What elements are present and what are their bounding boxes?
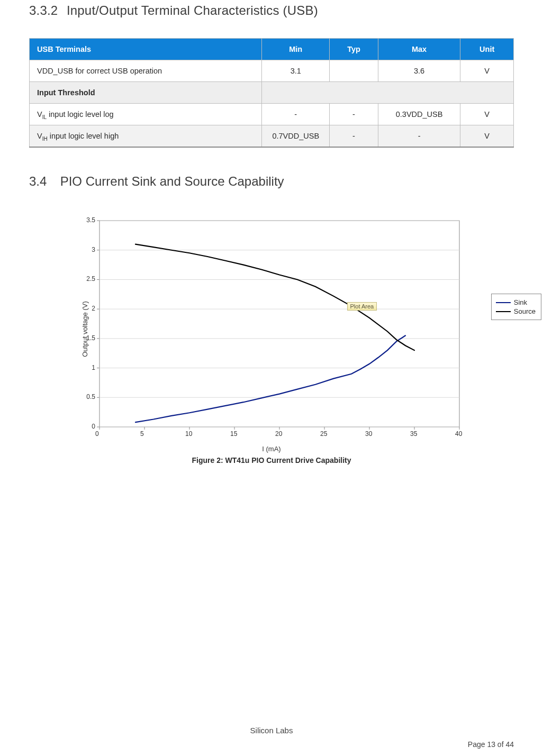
page-root: 3.3.2 Input/Output Terminal Characterist…: [0, 0, 543, 756]
table-row: VDD_USB for correct USB operation3.13.6V: [30, 60, 514, 82]
cell-value: V: [460, 104, 514, 125]
y-tick-label: 0: [79, 423, 95, 430]
plot-area-badge: Plot Area: [347, 302, 377, 311]
heading-34-title: PIO Current Sink and Source Capability: [60, 174, 284, 188]
x-tick-label: 10: [185, 430, 192, 438]
legend: SinkSource: [491, 294, 541, 320]
cell-value: -: [330, 104, 378, 125]
th-param: USB Terminals: [30, 39, 262, 60]
legend-label: Sink: [514, 298, 527, 306]
y-tick-label: 1: [79, 364, 95, 371]
x-tick-label: 25: [320, 430, 327, 438]
x-tick-label: 0: [95, 430, 99, 438]
cell-value: -: [330, 125, 378, 148]
table-body: VDD_USB for correct USB operation3.13.6V…: [30, 60, 514, 148]
cell-value: V: [460, 125, 514, 148]
cell-param: VIH input logic level high: [30, 125, 262, 148]
x-tick-label: 20: [275, 430, 282, 438]
footer-company: Silicon Labs: [0, 726, 543, 735]
x-tick-label: 15: [230, 430, 237, 438]
usb-terminals-table: USB Terminals Min Typ Max Unit VDD_USB f…: [29, 38, 514, 148]
table-subheader-span: [262, 82, 514, 104]
x-tick-label: 40: [455, 430, 462, 438]
y-tick-label: 3: [79, 246, 95, 253]
heading-332-title: Input/Output Terminal Characteristics (U…: [67, 3, 318, 17]
cell-value: V: [460, 60, 514, 82]
legend-item: Sink: [496, 298, 536, 306]
cell-param: VDD_USB for correct USB operation: [30, 60, 262, 82]
heading-34: 3.4 PIO Current Sink and Source Capabili…: [29, 174, 514, 189]
y-tick-label: 0.5: [79, 393, 95, 400]
cell-value: -: [262, 104, 330, 125]
table-subheader-label: Input Threshold: [30, 82, 262, 104]
th-unit: Unit: [460, 39, 514, 60]
x-tick-label: 5: [140, 430, 144, 438]
th-typ: Typ: [330, 39, 378, 60]
y-tick-label: 3.5: [79, 216, 95, 224]
heading-332-num: 3.3.2: [29, 3, 63, 18]
heading-332: 3.3.2 Input/Output Terminal Characterist…: [29, 3, 514, 18]
legend-swatch: [496, 311, 511, 312]
heading-34-num: 3.4: [29, 174, 57, 189]
legend-swatch: [496, 302, 511, 303]
th-min: Min: [262, 39, 330, 60]
th-max: Max: [378, 39, 460, 60]
cell-value: -: [378, 125, 460, 148]
x-tick-label: 30: [365, 430, 372, 438]
cell-value: 3.6: [378, 60, 460, 82]
legend-item: Source: [496, 307, 536, 315]
chart-svg: [70, 215, 473, 443]
cell-value: 0.3VDD_USB: [378, 104, 460, 125]
legend-label: Source: [514, 307, 536, 315]
cell-value: 3.1: [262, 60, 330, 82]
table-row: VIL input logic level log--0.3VDD_USBV: [30, 104, 514, 125]
svg-rect-0: [99, 221, 459, 427]
table-head: USB Terminals Min Typ Max Unit: [30, 39, 514, 60]
footer-page-number: Page 13 of 44: [468, 740, 514, 749]
figure-caption: Figure 2: WT41u PIO Current Drive Capabi…: [70, 456, 473, 464]
chart: Output voltage (V) 00.511.522.533.5 0510…: [70, 215, 473, 443]
figure-wrap: Output voltage (V) 00.511.522.533.5 0510…: [70, 215, 473, 464]
table-row: Input Threshold: [30, 82, 514, 104]
y-tick-label: 2: [79, 305, 95, 312]
cell-value: 0.7VDD_USB: [262, 125, 330, 148]
x-tick-label: 35: [410, 430, 417, 438]
cell-value: [330, 60, 378, 82]
y-tick-label: 2.5: [79, 275, 95, 283]
y-tick-label: 1.5: [79, 334, 95, 342]
cell-param: VIL input logic level log: [30, 104, 262, 125]
x-axis-label: I (mA): [70, 445, 473, 453]
table-row: VIH input logic level high0.7VDD_USB--V: [30, 125, 514, 148]
